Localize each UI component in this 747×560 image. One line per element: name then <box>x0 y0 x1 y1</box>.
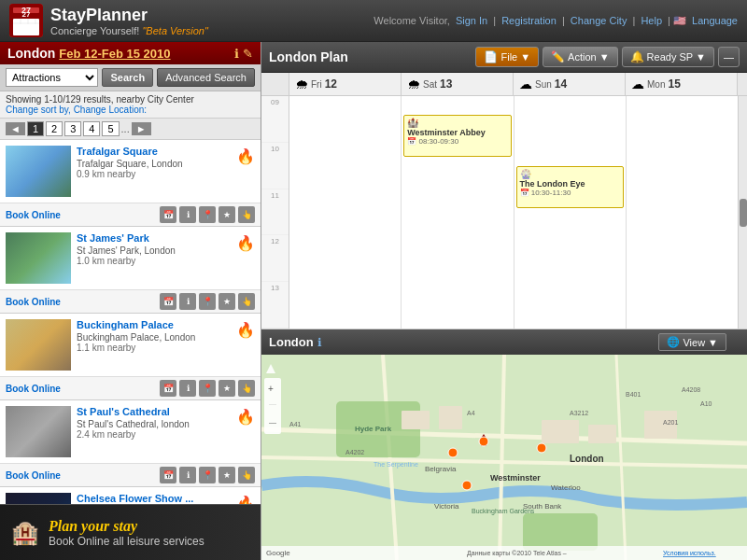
time-13: 13 <box>261 282 289 329</box>
book-online-link[interactable]: Book Online <box>6 470 61 481</box>
book-online-link[interactable]: Book Online <box>6 297 61 307</box>
map-pin-icon[interactable]: 📍 <box>199 467 216 483</box>
star-icon[interactable]: ★ <box>218 293 235 310</box>
attraction-footer: Book Online 📅 ℹ 📍 ★ 👆 <box>0 463 261 486</box>
attraction-name[interactable]: Chelsea Flower Show ... <box>77 493 193 504</box>
svg-rect-20 <box>588 425 616 443</box>
change-sort-link[interactable]: Change sort by, <box>6 105 71 115</box>
svg-text:Waterloo: Waterloo <box>551 483 581 492</box>
info-icon[interactable]: ℹ <box>179 206 196 223</box>
category-select[interactable]: Attractions Hotels Restaurants Shopping … <box>6 68 98 87</box>
cursor-icon[interactable]: 👆 <box>238 380 255 397</box>
info-icon[interactable]: ℹ <box>179 293 196 310</box>
change-location-link[interactable]: Change Location: <box>74 105 147 115</box>
page-5-button[interactable]: 5 <box>102 121 119 136</box>
day-sat: 🌧 Sat 13 <box>402 73 514 95</box>
page-2-button[interactable]: 2 <box>46 121 63 136</box>
attraction-item: Chelsea Flower Show ... Royal Hospital 🔥… <box>0 487 261 504</box>
change-city-link[interactable]: Change City <box>571 15 627 26</box>
left-panel: London Feb 12-Feb 15 2010 ℹ ✎ Attraction… <box>0 42 261 560</box>
svg-text:A4208: A4208 <box>682 386 700 393</box>
book-online-link[interactable]: Book Online <box>6 384 61 394</box>
svg-point-43 <box>462 481 472 490</box>
plan-title: London Plan <box>269 49 348 64</box>
action-button[interactable]: ✏️ Action ▼ <box>543 47 617 67</box>
registration-link[interactable]: Registration <box>501 15 557 26</box>
book-online-link[interactable]: Book Online <box>6 210 61 220</box>
day-mon: ☁ Mon 15 <box>626 73 738 95</box>
star-icon[interactable]: ★ <box>218 467 235 483</box>
map-info-icon[interactable]: ℹ <box>317 336 322 349</box>
advanced-search-button[interactable]: Advanced Search <box>157 68 255 87</box>
attraction-image <box>6 493 71 504</box>
svg-point-44 <box>537 443 546 453</box>
city-name: London <box>7 46 55 61</box>
map-pin-icon[interactable]: 📍 <box>199 293 216 310</box>
map-area[interactable]: A41 A4202 A4 A3212 A201 A10 Hyde Park Be… <box>261 355 747 560</box>
calendar-add-icon[interactable]: 📅 <box>160 380 176 397</box>
flame-icon: 🔥 <box>236 408 255 457</box>
col-mon <box>627 96 738 329</box>
attraction-name[interactable]: Trafalgar Square <box>77 146 158 157</box>
svg-text:B401: B401 <box>626 391 641 398</box>
time-column-header <box>261 73 289 95</box>
weather-sat: 🌧 <box>407 77 420 91</box>
calendar: 🌧 Fri 12 🌧 Sat 13 ☁ Sun <box>261 73 747 329</box>
col-fri <box>289 96 402 329</box>
calendar-add-icon[interactable]: 📅 <box>160 467 176 483</box>
cursor-icon[interactable]: 👆 <box>238 293 255 310</box>
weather-sun: ☁ <box>519 77 532 91</box>
svg-text:A3212: A3212 <box>570 410 588 416</box>
calendar-scrollbar[interactable] <box>738 96 747 329</box>
right-panel: London Plan 📄 File ▼ ✏️ Action ▼ 🔔 Ready… <box>261 42 747 560</box>
file-button[interactable]: 📄 File ▼ <box>475 47 539 67</box>
attraction-image <box>6 232 71 284</box>
calendar-add-icon[interactable]: 📅 <box>160 293 176 310</box>
info-icon[interactable]: ℹ <box>234 47 239 61</box>
page-3-button[interactable]: 3 <box>64 121 81 136</box>
plan-header: London Plan 📄 File ▼ ✏️ Action ▼ 🔔 Ready… <box>261 42 747 73</box>
map-pin-icon[interactable]: 📍 <box>199 380 216 397</box>
prev-page-button[interactable]: ◄ <box>6 122 25 135</box>
page-4-button[interactable]: 4 <box>83 121 100 136</box>
city-icons: ℹ ✎ <box>234 47 253 61</box>
svg-text:A4: A4 <box>467 410 475 416</box>
star-icon[interactable]: ★ <box>218 206 235 223</box>
info-icon[interactable]: ℹ <box>179 467 196 483</box>
signin-link[interactable]: Sign In <box>456 15 487 26</box>
tagline: Concierge Yourself! "Beta Version" <box>50 25 208 36</box>
map-view-button[interactable]: 🌐 View ▼ <box>658 333 726 351</box>
cursor-icon[interactable]: 👆 <box>238 467 255 483</box>
attraction-name[interactable]: Buckingham Palace <box>77 319 174 330</box>
next-page-button[interactable]: ► <box>132 122 151 135</box>
map-header: London ℹ 🌐 View ▼ <box>261 329 747 355</box>
page-1-button[interactable]: 1 <box>27 121 44 136</box>
chevron-down-icon3: ▼ <box>696 51 706 63</box>
ready-button[interactable]: 🔔 Ready SP ▼ <box>622 47 714 67</box>
svg-text:Victoria: Victoria <box>434 502 459 511</box>
calendar-add-icon[interactable]: 📅 <box>160 206 176 223</box>
attraction-distance: 2.4 km nearby <box>77 429 231 440</box>
action-icons: 📅 ℹ 📍 ★ 👆 <box>160 206 255 223</box>
minimize-button[interactable]: — <box>718 47 740 67</box>
time-09: 09 <box>261 96 289 143</box>
language-link[interactable]: Language <box>692 15 738 26</box>
map-pin-icon[interactable]: 📍 <box>199 206 216 223</box>
city-bar: London Feb 12-Feb 15 2010 ℹ ✎ <box>0 42 261 64</box>
info-icon[interactable]: ℹ <box>179 380 196 397</box>
attraction-name[interactable]: St Paul's Cathedral <box>77 406 170 417</box>
event-london-eye[interactable]: 🎡 The London Eye 📅 10:30-11:30 <box>516 166 624 208</box>
attraction-name[interactable]: St James' Park <box>77 232 149 244</box>
edit-icon[interactable]: ✎ <box>243 47 253 61</box>
flame-icon: 🔥 <box>236 234 255 284</box>
event-westminster[interactable]: 🏰 Westminster Abbey 📅 08:30-09:30 <box>403 115 511 157</box>
help-link[interactable]: Help <box>641 15 662 26</box>
svg-text:A201: A201 <box>663 419 678 426</box>
search-button[interactable]: Search <box>102 68 153 87</box>
cursor-icon[interactable]: 👆 <box>238 206 255 223</box>
star-icon[interactable]: ★ <box>218 380 235 397</box>
map-container: London ℹ 🌐 View ▼ <box>261 329 747 560</box>
event-castle-icon: 🏰 <box>407 118 507 128</box>
map-title: London <box>269 335 314 349</box>
city-dates[interactable]: Feb 12-Feb 15 2010 <box>59 47 170 61</box>
